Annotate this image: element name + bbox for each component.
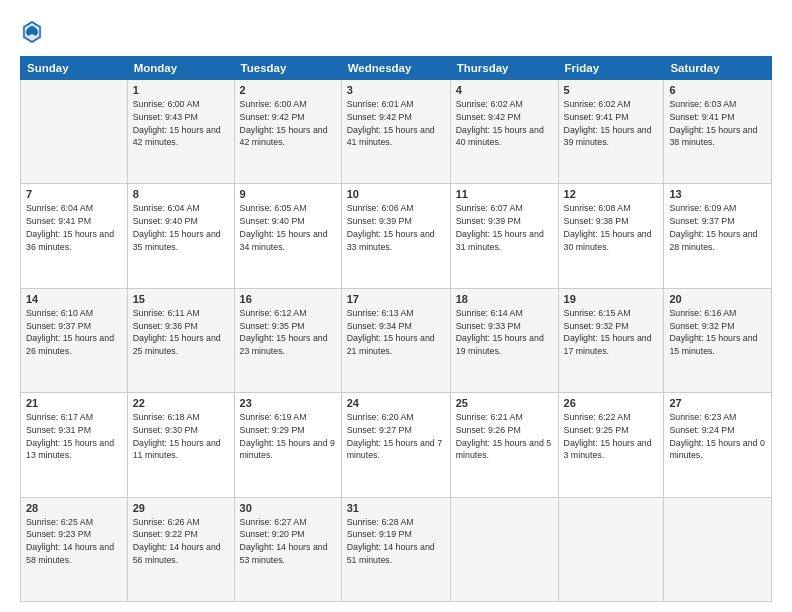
day-number: 13 — [669, 188, 766, 200]
day-cell: 9Sunrise: 6:05 AM Sunset: 9:40 PM Daylig… — [234, 184, 341, 288]
day-cell: 7Sunrise: 6:04 AM Sunset: 9:41 PM Daylig… — [21, 184, 128, 288]
day-info: Sunrise: 6:00 AM Sunset: 9:42 PM Dayligh… — [240, 98, 336, 149]
day-info: Sunrise: 6:15 AM Sunset: 9:32 PM Dayligh… — [564, 307, 659, 358]
day-cell: 5Sunrise: 6:02 AM Sunset: 9:41 PM Daylig… — [558, 80, 664, 184]
day-info: Sunrise: 6:11 AM Sunset: 9:36 PM Dayligh… — [133, 307, 229, 358]
day-cell: 21Sunrise: 6:17 AM Sunset: 9:31 PM Dayli… — [21, 393, 128, 497]
day-number: 6 — [669, 84, 766, 96]
day-info: Sunrise: 6:22 AM Sunset: 9:25 PM Dayligh… — [564, 411, 659, 462]
day-cell: 15Sunrise: 6:11 AM Sunset: 9:36 PM Dayli… — [127, 288, 234, 392]
logo-icon — [20, 18, 44, 46]
day-number: 12 — [564, 188, 659, 200]
day-cell: 26Sunrise: 6:22 AM Sunset: 9:25 PM Dayli… — [558, 393, 664, 497]
day-cell: 13Sunrise: 6:09 AM Sunset: 9:37 PM Dayli… — [664, 184, 772, 288]
day-info: Sunrise: 6:02 AM Sunset: 9:42 PM Dayligh… — [456, 98, 553, 149]
day-number: 24 — [347, 397, 445, 409]
day-cell: 24Sunrise: 6:20 AM Sunset: 9:27 PM Dayli… — [341, 393, 450, 497]
weekday-header-monday: Monday — [127, 57, 234, 80]
day-info: Sunrise: 6:02 AM Sunset: 9:41 PM Dayligh… — [564, 98, 659, 149]
day-number: 19 — [564, 293, 659, 305]
day-number: 21 — [26, 397, 122, 409]
day-cell: 3Sunrise: 6:01 AM Sunset: 9:42 PM Daylig… — [341, 80, 450, 184]
calendar-table: SundayMondayTuesdayWednesdayThursdayFrid… — [20, 56, 772, 602]
day-cell: 29Sunrise: 6:26 AM Sunset: 9:22 PM Dayli… — [127, 497, 234, 601]
day-cell: 11Sunrise: 6:07 AM Sunset: 9:39 PM Dayli… — [450, 184, 558, 288]
weekday-header-tuesday: Tuesday — [234, 57, 341, 80]
day-cell: 10Sunrise: 6:06 AM Sunset: 9:39 PM Dayli… — [341, 184, 450, 288]
day-number: 31 — [347, 502, 445, 514]
day-cell — [21, 80, 128, 184]
day-info: Sunrise: 6:21 AM Sunset: 9:26 PM Dayligh… — [456, 411, 553, 462]
day-cell: 20Sunrise: 6:16 AM Sunset: 9:32 PM Dayli… — [664, 288, 772, 392]
day-info: Sunrise: 6:14 AM Sunset: 9:33 PM Dayligh… — [456, 307, 553, 358]
day-number: 14 — [26, 293, 122, 305]
day-info: Sunrise: 6:20 AM Sunset: 9:27 PM Dayligh… — [347, 411, 445, 462]
day-number: 23 — [240, 397, 336, 409]
day-cell: 30Sunrise: 6:27 AM Sunset: 9:20 PM Dayli… — [234, 497, 341, 601]
day-cell: 14Sunrise: 6:10 AM Sunset: 9:37 PM Dayli… — [21, 288, 128, 392]
day-cell: 22Sunrise: 6:18 AM Sunset: 9:30 PM Dayli… — [127, 393, 234, 497]
day-info: Sunrise: 6:19 AM Sunset: 9:29 PM Dayligh… — [240, 411, 336, 462]
day-cell: 6Sunrise: 6:03 AM Sunset: 9:41 PM Daylig… — [664, 80, 772, 184]
day-number: 16 — [240, 293, 336, 305]
weekday-header-friday: Friday — [558, 57, 664, 80]
day-info: Sunrise: 6:13 AM Sunset: 9:34 PM Dayligh… — [347, 307, 445, 358]
day-number: 8 — [133, 188, 229, 200]
weekday-header-row: SundayMondayTuesdayWednesdayThursdayFrid… — [21, 57, 772, 80]
day-info: Sunrise: 6:26 AM Sunset: 9:22 PM Dayligh… — [133, 516, 229, 567]
day-number: 3 — [347, 84, 445, 96]
day-info: Sunrise: 6:06 AM Sunset: 9:39 PM Dayligh… — [347, 202, 445, 253]
weekday-header-wednesday: Wednesday — [341, 57, 450, 80]
week-row-5: 28Sunrise: 6:25 AM Sunset: 9:23 PM Dayli… — [21, 497, 772, 601]
day-cell: 19Sunrise: 6:15 AM Sunset: 9:32 PM Dayli… — [558, 288, 664, 392]
day-info: Sunrise: 6:00 AM Sunset: 9:43 PM Dayligh… — [133, 98, 229, 149]
day-cell: 28Sunrise: 6:25 AM Sunset: 9:23 PM Dayli… — [21, 497, 128, 601]
weekday-header-sunday: Sunday — [21, 57, 128, 80]
day-info: Sunrise: 6:10 AM Sunset: 9:37 PM Dayligh… — [26, 307, 122, 358]
day-cell: 25Sunrise: 6:21 AM Sunset: 9:26 PM Dayli… — [450, 393, 558, 497]
day-cell: 8Sunrise: 6:04 AM Sunset: 9:40 PM Daylig… — [127, 184, 234, 288]
day-cell: 17Sunrise: 6:13 AM Sunset: 9:34 PM Dayli… — [341, 288, 450, 392]
day-info: Sunrise: 6:27 AM Sunset: 9:20 PM Dayligh… — [240, 516, 336, 567]
day-info: Sunrise: 6:18 AM Sunset: 9:30 PM Dayligh… — [133, 411, 229, 462]
day-number: 5 — [564, 84, 659, 96]
day-cell: 27Sunrise: 6:23 AM Sunset: 9:24 PM Dayli… — [664, 393, 772, 497]
day-cell: 4Sunrise: 6:02 AM Sunset: 9:42 PM Daylig… — [450, 80, 558, 184]
day-number: 26 — [564, 397, 659, 409]
day-info: Sunrise: 6:04 AM Sunset: 9:40 PM Dayligh… — [133, 202, 229, 253]
day-number: 17 — [347, 293, 445, 305]
day-cell: 12Sunrise: 6:08 AM Sunset: 9:38 PM Dayli… — [558, 184, 664, 288]
day-cell — [664, 497, 772, 601]
day-number: 15 — [133, 293, 229, 305]
logo — [20, 18, 48, 46]
day-info: Sunrise: 6:09 AM Sunset: 9:37 PM Dayligh… — [669, 202, 766, 253]
day-info: Sunrise: 6:07 AM Sunset: 9:39 PM Dayligh… — [456, 202, 553, 253]
day-cell: 18Sunrise: 6:14 AM Sunset: 9:33 PM Dayli… — [450, 288, 558, 392]
day-info: Sunrise: 6:01 AM Sunset: 9:42 PM Dayligh… — [347, 98, 445, 149]
day-info: Sunrise: 6:28 AM Sunset: 9:19 PM Dayligh… — [347, 516, 445, 567]
week-row-4: 21Sunrise: 6:17 AM Sunset: 9:31 PM Dayli… — [21, 393, 772, 497]
header — [20, 18, 772, 46]
day-info: Sunrise: 6:03 AM Sunset: 9:41 PM Dayligh… — [669, 98, 766, 149]
day-cell — [450, 497, 558, 601]
day-cell: 31Sunrise: 6:28 AM Sunset: 9:19 PM Dayli… — [341, 497, 450, 601]
weekday-header-thursday: Thursday — [450, 57, 558, 80]
day-number: 18 — [456, 293, 553, 305]
day-cell — [558, 497, 664, 601]
day-info: Sunrise: 6:05 AM Sunset: 9:40 PM Dayligh… — [240, 202, 336, 253]
day-cell: 2Sunrise: 6:00 AM Sunset: 9:42 PM Daylig… — [234, 80, 341, 184]
day-cell: 16Sunrise: 6:12 AM Sunset: 9:35 PM Dayli… — [234, 288, 341, 392]
day-number: 20 — [669, 293, 766, 305]
day-info: Sunrise: 6:23 AM Sunset: 9:24 PM Dayligh… — [669, 411, 766, 462]
day-info: Sunrise: 6:16 AM Sunset: 9:32 PM Dayligh… — [669, 307, 766, 358]
day-cell: 23Sunrise: 6:19 AM Sunset: 9:29 PM Dayli… — [234, 393, 341, 497]
day-number: 4 — [456, 84, 553, 96]
day-number: 28 — [26, 502, 122, 514]
week-row-1: 1Sunrise: 6:00 AM Sunset: 9:43 PM Daylig… — [21, 80, 772, 184]
day-info: Sunrise: 6:08 AM Sunset: 9:38 PM Dayligh… — [564, 202, 659, 253]
day-number: 2 — [240, 84, 336, 96]
day-number: 7 — [26, 188, 122, 200]
day-number: 1 — [133, 84, 229, 96]
page: SundayMondayTuesdayWednesdayThursdayFrid… — [0, 0, 792, 612]
day-number: 30 — [240, 502, 336, 514]
